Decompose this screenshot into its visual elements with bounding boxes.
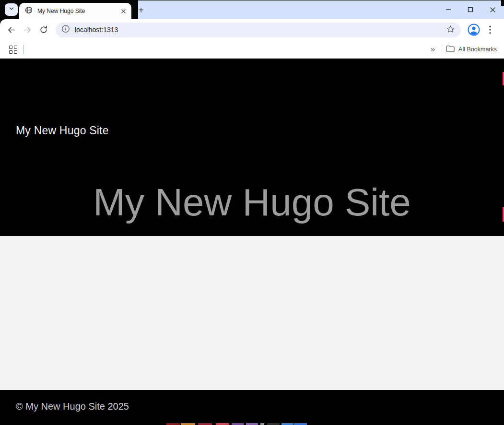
- chevron-down-icon: [8, 5, 15, 14]
- bookmarks-divider-right: [442, 45, 442, 54]
- artifact-mark: [246, 423, 258, 425]
- artifact-mark: [181, 423, 195, 425]
- address-bar[interactable]: localhost:1313: [56, 23, 461, 37]
- back-button[interactable]: [3, 22, 19, 38]
- artifact-mark: [166, 423, 180, 425]
- footer-copyright: © My New Hugo Site 2025: [16, 401, 129, 412]
- minimize-icon: [445, 7, 451, 12]
- globe-favicon-icon: [25, 6, 33, 16]
- hero-title: My New Hugo Site: [0, 179, 504, 225]
- site-footer: © My New Hugo Site 2025: [0, 390, 504, 425]
- tab-title: My New Hugo Site: [37, 8, 119, 14]
- artifact-mark: [267, 423, 280, 425]
- forward-button[interactable]: [19, 22, 35, 38]
- forward-icon: [23, 25, 32, 35]
- maximize-button[interactable]: [459, 2, 481, 17]
- url-text[interactable]: localhost:1313: [75, 26, 446, 34]
- tab-strip: My New Hugo Site +: [0, 0, 504, 19]
- all-bookmarks-label: All Bookmarks: [458, 46, 497, 53]
- artifact-mark: [260, 423, 264, 425]
- site-info-icon[interactable]: [61, 24, 70, 35]
- artifact-mark: [281, 423, 293, 425]
- webpage-viewport: My New Hugo Site My New Hugo Site © My N…: [0, 59, 504, 425]
- browser-toolbar: localhost:1313: [0, 19, 504, 40]
- minimize-button[interactable]: [437, 2, 459, 17]
- close-window-icon: [490, 7, 496, 13]
- bookmarks-divider: [23, 45, 24, 54]
- profile-icon: [468, 24, 480, 36]
- profile-button[interactable]: [466, 22, 482, 38]
- plus-icon: +: [138, 5, 144, 16]
- artifact-mark: [232, 423, 244, 425]
- tab-close-button[interactable]: [119, 7, 128, 15]
- new-tab-button[interactable]: +: [135, 4, 147, 16]
- three-dots-icon: [489, 25, 491, 34]
- reload-button[interactable]: [35, 22, 52, 38]
- hero-section: My New Hugo Site My New Hugo Site: [0, 59, 504, 236]
- window-controls: [437, 2, 504, 17]
- folder-icon: [446, 45, 455, 54]
- browser-tab[interactable]: My New Hugo Site: [19, 3, 131, 19]
- artifact-mark: [198, 423, 212, 425]
- close-window-button[interactable]: [481, 2, 504, 17]
- site-header-title[interactable]: My New Hugo Site: [16, 124, 109, 137]
- maximize-icon: [468, 7, 473, 12]
- reload-icon: [39, 25, 48, 34]
- bookmarks-overflow-button[interactable]: »: [428, 45, 438, 54]
- window-top-edge: [138, 0, 501, 1]
- artifact-mark: [294, 423, 307, 425]
- tab-search-button[interactable]: [5, 3, 18, 16]
- apps-grid-icon[interactable]: [9, 46, 17, 54]
- back-icon: [7, 25, 16, 35]
- artifact-mark: [216, 423, 229, 425]
- bookmark-star-icon[interactable]: [446, 24, 455, 35]
- bookmarks-bar: » All Bookmarks: [0, 40, 504, 59]
- all-bookmarks-button[interactable]: All Bookmarks: [446, 45, 497, 54]
- browser-menu-button[interactable]: [483, 22, 497, 38]
